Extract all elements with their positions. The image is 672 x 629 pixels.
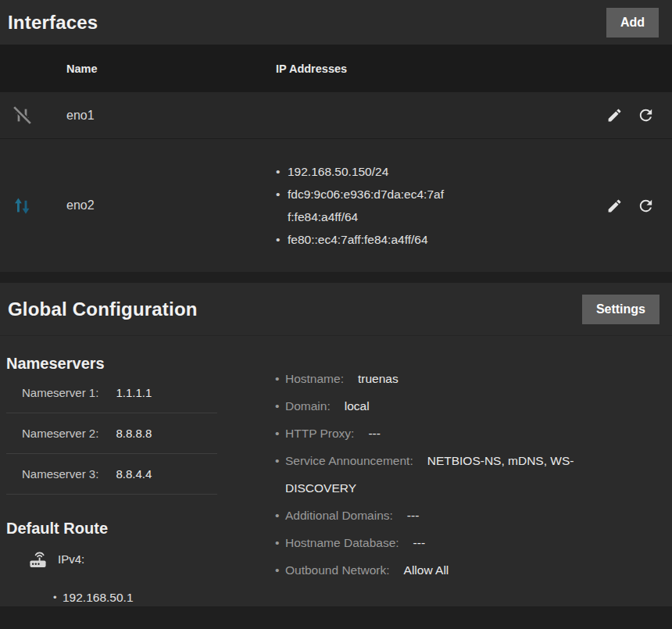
route-address: 192.168.50.1 — [53, 589, 275, 606]
detail-label: Service Announcement: — [285, 454, 413, 467]
reset-config-button[interactable] — [637, 197, 655, 215]
list-item: Nameserver 1:1.1.1.1 — [6, 373, 217, 413]
interface-name: eno1 — [55, 109, 276, 123]
detail-label: Domain: — [285, 399, 331, 413]
interfaces-table-header: Name IP Addresses — [0, 45, 672, 92]
global-configuration-body: Nameservers Nameserver 1:1.1.1.1 Nameser… — [0, 336, 672, 606]
detail-value: Allow All — [404, 563, 449, 577]
detail-label: Additional Domains: — [285, 509, 393, 522]
nameservers-title: Nameservers — [6, 355, 275, 373]
global-configuration-title: Global Configuration — [8, 298, 198, 320]
page-title: Interfaces — [8, 12, 98, 34]
ipv4-label: IPv4: — [58, 552, 84, 566]
interface-ip-list: 192.168.50.150/24 fdc9:9c06:e936:d7da:ec… — [276, 160, 582, 251]
list-item: Service Announcement:NETBIOS-NS, mDNS, W… — [275, 447, 613, 502]
route-list: 192.168.50.1 — [53, 589, 275, 606]
list-item: Hostname:truenas — [275, 365, 613, 392]
ipv4-row: IPv4: — [29, 549, 275, 569]
table-row: eno2 192.168.50.150/24 fdc9:9c06:e936:d7… — [0, 139, 672, 272]
interfaces-card: Interfaces Add Name IP Addresses eno — [0, 0, 672, 272]
list-item: Additional Domains:--- — [275, 502, 613, 529]
nameserver-value: 8.8.4.4 — [116, 467, 152, 481]
column-header-ip-addresses: IP Addresses — [276, 63, 582, 75]
list-item: Outbound Network:Allow All — [275, 556, 613, 584]
left-column: Nameservers Nameserver 1:1.1.1.1 Nameser… — [6, 336, 275, 606]
global-configuration-header: Global Configuration Settings — [0, 283, 672, 336]
list-item: Nameserver 2:8.8.8.8 — [6, 413, 217, 454]
detail-label: HTTP Proxy: — [285, 427, 354, 440]
nameserver-label: Nameserver 2: — [22, 427, 98, 440]
interface-name: eno2 — [55, 198, 276, 213]
list-item: Nameserver 3:8.8.4.4 — [6, 454, 217, 495]
edit-button[interactable] — [606, 107, 623, 123]
pencil-icon — [606, 107, 623, 123]
table-row: eno1 — [0, 92, 672, 139]
router-icon — [29, 549, 47, 569]
detail-value: local — [345, 399, 370, 413]
list-item: Hostname Database:--- — [275, 529, 613, 556]
refresh-icon — [637, 197, 655, 215]
edit-button[interactable] — [606, 198, 623, 214]
link-down-icon — [12, 105, 33, 126]
ip-address: fdc9:9c06:e936:d7da:ec4:7aff:fe84:a4ff/6… — [276, 183, 446, 228]
settings-button[interactable]: Settings — [582, 295, 659, 324]
link-up-icon — [12, 195, 33, 216]
list-item: HTTP Proxy:--- — [275, 420, 613, 447]
nameserver-value: 8.8.8.8 — [116, 427, 152, 440]
detail-value: --- — [368, 427, 381, 440]
interfaces-header: Interfaces Add — [0, 0, 672, 45]
nameserver-value: 1.1.1.1 — [116, 386, 152, 399]
right-column: Hostname:truenas Domain:local HTTP Proxy… — [275, 336, 672, 606]
ip-address: fe80::ec4:7aff:fe84:a4ff/64 — [276, 228, 446, 251]
pencil-icon — [606, 198, 623, 214]
detail-value: truenas — [358, 372, 399, 385]
add-button[interactable]: Add — [606, 8, 659, 38]
global-configuration-card: Global Configuration Settings Nameserver… — [0, 283, 672, 606]
detail-value: --- — [407, 509, 420, 522]
card-divider — [0, 272, 672, 283]
list-item: Domain:local — [275, 392, 613, 420]
ip-address: 192.168.50.150/24 — [276, 160, 446, 183]
global-config-detail-list: Hostname:truenas Domain:local HTTP Proxy… — [275, 365, 613, 584]
default-route-title: Default Route — [6, 520, 275, 538]
reset-config-button[interactable] — [637, 106, 655, 124]
detail-label: Hostname Database: — [285, 536, 399, 549]
column-header-name: Name — [55, 63, 276, 75]
refresh-icon — [637, 106, 655, 124]
detail-value: --- — [413, 536, 426, 549]
nameserver-label: Nameserver 3: — [22, 467, 98, 481]
detail-label: Hostname: — [285, 372, 344, 385]
detail-label: Outbound Network: — [285, 563, 390, 577]
nameserver-label: Nameserver 1: — [22, 386, 98, 399]
